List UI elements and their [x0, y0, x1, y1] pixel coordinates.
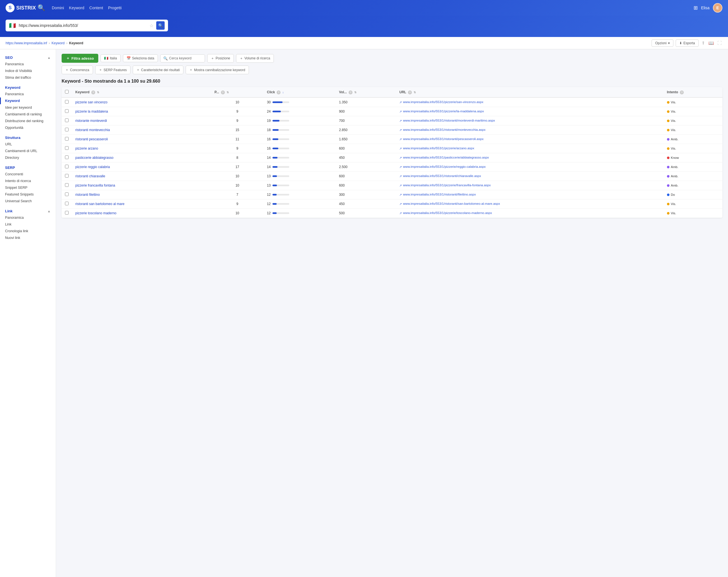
keyword-link-0[interactable]: pizzerie san vincenzo — [75, 100, 107, 104]
sidebar-item-keyword-panoramica[interactable]: Panoramica — [0, 91, 56, 98]
breadcrumb-domain[interactable]: https://www.impresaitalia.inf — [6, 41, 47, 45]
maximize-icon[interactable]: ⛶ — [717, 41, 722, 46]
row-checkbox-11[interactable] — [65, 202, 69, 205]
url-link-0[interactable]: ↗ www.impresaitalia.info/553/1/pizzerie/… — [399, 100, 660, 104]
url-link-12[interactable]: ↗ www.impresaitalia.info/553/1/pizzerie/… — [399, 211, 660, 215]
url-link-3[interactable]: ↗ www.impresaitalia.info/553/1/ristorant… — [399, 128, 660, 132]
volume-filter[interactable]: ＋ Volume di ricerca — [236, 54, 274, 63]
col-click[interactable]: Click ? ↓ — [263, 87, 336, 98]
url-link-8[interactable]: ↗ www.impresaitalia.info/553/1/ristorant… — [399, 174, 660, 178]
keyword-search-input[interactable]: 🔍 Cerca keyword — [160, 54, 205, 62]
url-link-6[interactable]: ↗ www.impresaitalia.info/553/1/pasticcer… — [399, 156, 660, 160]
row-checkbox-0[interactable] — [65, 100, 69, 104]
breadcrumb-keyword-section[interactable]: Keyword — [52, 41, 65, 45]
url-link-2[interactable]: ↗ www.impresaitalia.info/553/1/ristorant… — [399, 119, 660, 123]
keyword-link-12[interactable]: pizzerie toscolano maderno — [75, 211, 116, 215]
concorrenza-filter[interactable]: ＋ Concorrenza — [61, 66, 93, 74]
row-checkbox-2[interactable] — [65, 119, 69, 122]
filter-now-button[interactable]: ＋ Filtra adesso — [61, 54, 98, 63]
url-link-9[interactable]: ↗ www.impresaitalia.info/553/1/pizzerie/… — [399, 183, 660, 187]
sidebar-seo-toggle[interactable]: ▲ — [47, 56, 51, 60]
sidebar-item-traffico[interactable]: Stima del traffico — [0, 74, 56, 81]
opzioni-button[interactable]: Opzioni ▾ — [652, 40, 673, 47]
sidebar-item-idee-keyword[interactable]: Idee per keyword — [0, 104, 56, 111]
vol-sort-icon[interactable]: ⇅ — [354, 91, 357, 94]
col-keyword[interactable]: Keyword ? ⇅ — [72, 87, 211, 98]
row-checkbox-4[interactable] — [65, 137, 69, 141]
serp-features-filter[interactable]: ＋ SERP Features — [95, 66, 130, 74]
row-checkbox-12[interactable] — [65, 211, 69, 215]
keyword-link-3[interactable]: ristoranti montevecchia — [75, 128, 110, 132]
url-link-7[interactable]: ↗ www.impresaitalia.info/553/1/pizzerie/… — [399, 165, 660, 169]
sidebar-item-nuovi-link[interactable]: Nuovi link — [0, 234, 56, 241]
search-button[interactable]: 🔍 — [156, 21, 165, 30]
favorite-icon[interactable]: ☆ — [150, 23, 153, 28]
caratteristiche-filter[interactable]: ＋ Caratteristiche dei risultati — [133, 66, 183, 74]
keyword-link-11[interactable]: ristoranti san bartolomeo al mare — [75, 202, 124, 206]
keyword-link-2[interactable]: ristorante monteverdi — [75, 119, 107, 123]
row-checkbox-10[interactable] — [65, 193, 69, 196]
col-intento[interactable]: Intento ? — [664, 87, 722, 98]
sidebar-item-intento[interactable]: Intento di ricerca — [0, 178, 56, 184]
select-all-checkbox[interactable] — [65, 90, 69, 94]
keyword-link-4[interactable]: ristoranti pescasseroli — [75, 137, 108, 141]
url-link-1[interactable]: ↗ www.impresaitalia.info/553/1/pizzerie/… — [399, 109, 660, 114]
sidebar-link-toggle[interactable]: ▲ — [47, 209, 51, 213]
intent-info-icon[interactable]: ? — [680, 91, 684, 94]
country-filter[interactable]: 🇮🇹 Italia — [101, 54, 121, 62]
pos-sort-icon[interactable]: ⇅ — [227, 91, 229, 94]
keyword-link-1[interactable]: pizzerie la maddalena — [75, 109, 108, 114]
avatar[interactable]: E — [713, 3, 722, 12]
sidebar-item-opportunita[interactable]: Opportunità — [0, 124, 56, 131]
sidebar-item-concorrenti[interactable]: Concorrenti — [0, 171, 56, 178]
cannibalizzazione-filter[interactable]: ＋ Mostra cannibalizzazione keyword — [186, 66, 249, 74]
keyword-sort-icon[interactable]: ⇅ — [97, 91, 99, 94]
keyword-link-5[interactable]: pizzerie arzano — [75, 147, 98, 150]
sidebar-item-visibilita[interactable]: Indice di Visibilità — [0, 68, 56, 74]
nav-domini[interactable]: Domini — [52, 6, 64, 10]
row-checkbox-9[interactable] — [65, 183, 69, 187]
row-checkbox-5[interactable] — [65, 146, 69, 150]
url-sort-icon[interactable]: ⇅ — [414, 91, 416, 94]
keyword-link-6[interactable]: pasticcerie abbiategrasso — [75, 156, 113, 160]
sidebar-item-link-panoramica[interactable]: Panoramica — [0, 214, 56, 221]
col-url[interactable]: URL ? ⇅ — [396, 87, 664, 98]
book-icon[interactable]: 📖 — [708, 40, 714, 46]
click-info-icon[interactable]: ? — [277, 91, 281, 94]
keyword-link-10[interactable]: ristoranti filettino — [75, 193, 100, 197]
sidebar-item-snippet-serp[interactable]: Snippet SERP — [0, 184, 56, 191]
sidebar-item-seo-panoramica[interactable]: Panoramica — [0, 61, 56, 68]
search-input[interactable] — [19, 23, 147, 28]
row-checkbox-6[interactable] — [65, 155, 69, 159]
col-position[interactable]: P... ? ⇅ — [211, 87, 263, 98]
url-link-5[interactable]: ↗ www.impresaitalia.info/553/1/pizzerie/… — [399, 147, 660, 150]
sidebar-item-distribuzione[interactable]: Distribuzione del ranking — [0, 118, 56, 124]
keyword-link-9[interactable]: pizzerie francavilla fontana — [75, 183, 115, 187]
sidebar-item-directory[interactable]: Directory — [0, 154, 56, 161]
row-checkbox-3[interactable] — [65, 128, 69, 131]
sidebar-item-link[interactable]: Link — [0, 221, 56, 228]
nav-content[interactable]: Content — [89, 6, 103, 10]
grid-icon[interactable]: ⊞ — [694, 5, 698, 11]
sidebar-item-url[interactable]: URL — [0, 141, 56, 148]
url-link-10[interactable]: ↗ www.impresaitalia.info/553/1/ristorant… — [399, 193, 660, 197]
url-info-icon[interactable]: ? — [408, 91, 412, 94]
keyword-info-icon[interactable]: ? — [91, 91, 95, 94]
logo[interactable]: S SISTRIX 🔍 — [6, 3, 45, 12]
vol-info-icon[interactable]: ? — [348, 91, 353, 94]
esporta-button[interactable]: ⬇ Esporta — [676, 40, 699, 47]
share-icon[interactable]: ⬆ — [701, 40, 705, 46]
url-link-11[interactable]: ↗ www.impresaitalia.info/553/1/ristorant… — [399, 202, 660, 206]
position-filter[interactable]: ＋ Posizione — [207, 54, 234, 63]
nav-progetti[interactable]: Progetti — [108, 6, 122, 10]
date-filter[interactable]: 📅 Seleziona data — [123, 54, 158, 62]
sidebar-item-universal-search[interactable]: Universal Search — [0, 198, 56, 204]
row-checkbox-8[interactable] — [65, 174, 69, 178]
sidebar-item-cambiamenti-ranking[interactable]: Cambiamenti di ranking — [0, 111, 56, 118]
sidebar-item-keyword[interactable]: Keyword — [0, 98, 56, 104]
row-checkbox-7[interactable] — [65, 165, 69, 168]
nav-keyword[interactable]: Keyword — [69, 6, 84, 10]
sidebar-item-featured-snippets[interactable]: Featured Snippets — [0, 191, 56, 198]
sidebar-item-cambiamenti-url[interactable]: Cambiamenti di URL — [0, 148, 56, 154]
sidebar-item-cronologia-link[interactable]: Cronologia link — [0, 228, 56, 234]
